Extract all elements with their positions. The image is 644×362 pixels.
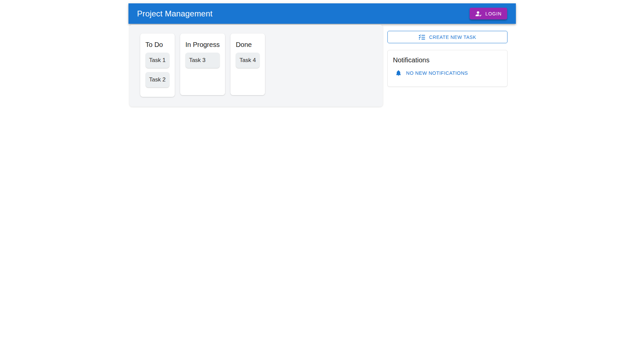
person-check-icon [475, 10, 482, 17]
kanban-board: To DoTask 1Task 2In ProgressTask 3DoneTa… [129, 25, 383, 107]
create-new-task-button[interactable]: CREATE NEW TASK [387, 31, 507, 43]
login-button-label: LOGIN [485, 11, 502, 16]
notifications-card: Notifications NO NEW NOTIFICATIONS [387, 50, 507, 87]
login-button[interactable]: LOGIN [470, 8, 507, 19]
bell-icon [395, 70, 402, 76]
task-card[interactable]: Task 1 [146, 53, 169, 68]
main-content: To DoTask 1Task 2In ProgressTask 3DoneTa… [128, 25, 516, 107]
notifications-status-label: NO NEW NOTIFICATIONS [406, 70, 468, 76]
checklist-icon [418, 34, 426, 41]
page-title: Project Management [137, 9, 213, 18]
sidebar: CREATE NEW TASK Notifications NO NEW NOT… [387, 25, 507, 87]
app-bar: Project Management LOGIN [128, 3, 516, 24]
column-title: To Do [146, 41, 169, 49]
column-title: Done [236, 41, 260, 49]
column-title: In Progress [185, 41, 220, 49]
create-new-task-label: CREATE NEW TASK [429, 35, 476, 40]
task-card[interactable]: Task 4 [236, 53, 260, 68]
board-column: To DoTask 1Task 2 [140, 34, 175, 97]
notifications-title: Notifications [393, 56, 502, 64]
task-card[interactable]: Task 2 [146, 72, 169, 87]
task-card[interactable]: Task 3 [185, 53, 220, 68]
notifications-status-button[interactable]: NO NEW NOTIFICATIONS [393, 69, 470, 77]
board-column: In ProgressTask 3 [180, 34, 225, 95]
board-column: DoneTask 4 [230, 34, 265, 95]
app-root: Project Management LOGIN To DoTask 1Task… [128, 0, 516, 107]
